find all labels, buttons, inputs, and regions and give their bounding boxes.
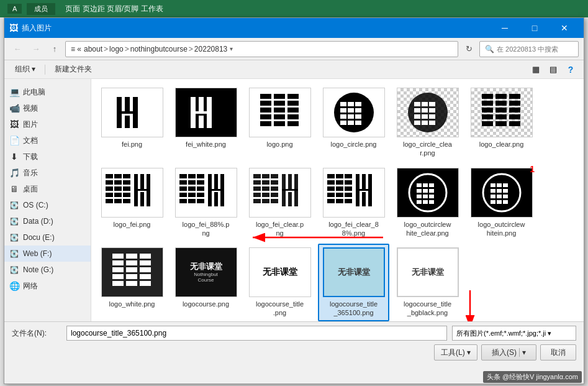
svg-rect-176: [112, 281, 124, 286]
drive-d-icon: 💽: [9, 216, 19, 226]
search-box[interactable]: 🔍: [479, 41, 579, 57]
svg-rect-172: [112, 254, 124, 259]
sidebar-item-thispc[interactable]: 💻 此电脑: [4, 84, 91, 100]
svg-rect-117: [271, 180, 278, 185]
file-item-logo-fei[interactable]: logo_fei.png: [96, 164, 168, 242]
svg-rect-158: [429, 200, 434, 204]
file-name-logocourse-title: logocourse_title.png: [256, 300, 304, 318]
svg-rect-80: [123, 199, 130, 203]
help-icon[interactable]: ?: [563, 62, 579, 77]
insert-dropdown-arrow[interactable]: ▾: [519, 348, 526, 357]
sidebar-item-network[interactable]: 🌐 网络: [4, 278, 91, 294]
svg-rect-93: [188, 186, 196, 191]
sidebar-item-pictures[interactable]: 🖼 图片: [4, 116, 91, 132]
svg-rect-153: [417, 195, 422, 198]
svg-rect-62: [509, 101, 520, 106]
file-item-logocourse[interactable]: 无非课堂 Nothingbut Course logocourse.png: [170, 244, 242, 321]
dialog-icon: 🖼: [9, 23, 18, 33]
file-item-logocourse-title[interactable]: 无非课堂 logocourse_title.png: [244, 244, 315, 321]
sidebar-item-music[interactable]: 🎵 音乐: [4, 165, 91, 181]
file-item-fei[interactable]: fei.png: [96, 84, 168, 162]
file-thumb-logo-outcircle-whitein: [471, 168, 533, 218]
view-large-icon[interactable]: ▦: [528, 62, 544, 77]
minimize-button[interactable]: ─: [491, 18, 519, 38]
svg-rect-85: [134, 189, 150, 191]
search-input[interactable]: [497, 45, 571, 53]
svg-rect-106: [253, 174, 261, 178]
file-item-logo-white[interactable]: logo_white.png: [96, 244, 168, 321]
sidebar-item-c[interactable]: 💽 OS (C:): [4, 197, 91, 213]
file-thumb-logo: [249, 88, 311, 137]
sidebar-item-f[interactable]: 💽 Web (F:): [4, 246, 91, 262]
file-name-fei: fei.png: [122, 140, 142, 149]
address-path[interactable]: ≡ « about > logo > nothingbutcourse > 20…: [65, 41, 458, 57]
refresh-button[interactable]: ↻: [461, 41, 477, 57]
svg-rect-68: [106, 186, 113, 191]
svg-rect-58: [495, 108, 507, 113]
svg-rect-95: [188, 199, 196, 203]
filename-label: 文件名(N):: [12, 328, 61, 339]
file-item-logo-clear[interactable]: logo_clear.png: [466, 84, 537, 162]
sidebar-item-g[interactable]: 💽 Note (G:): [4, 262, 91, 278]
file-item-logo[interactable]: logo.png: [244, 84, 315, 162]
forward-button[interactable]: →: [28, 41, 44, 57]
file-item-logo-fei-88[interactable]: logo_fei_88%.png: [170, 164, 242, 242]
cancel-button[interactable]: 取消: [540, 344, 576, 361]
svg-rect-169: [491, 200, 495, 204]
svg-rect-22: [287, 108, 299, 113]
file-name-logo-outcircle-white: logo_outcirclewhite_clear.png: [404, 220, 451, 238]
file-item-logo-circle[interactable]: logo_circle.png: [318, 84, 389, 162]
insert-button[interactable]: 插入(S) ▾: [481, 344, 536, 361]
close-button[interactable]: ✕: [550, 18, 579, 38]
svg-rect-17: [274, 108, 285, 113]
view-details-icon[interactable]: ▤: [545, 62, 561, 77]
sidebar-item-video[interactable]: 📹 视频: [4, 100, 91, 116]
svg-rect-139: [345, 193, 352, 197]
file-item-fei-white[interactable]: fei_white.png: [170, 84, 242, 162]
svg-rect-18: [274, 114, 285, 119]
file-thumb-logo-circle-clear: [397, 88, 459, 137]
tools-button[interactable]: 工具(L) ▾: [434, 344, 477, 361]
file-item-logocourse-title-bgblack[interactable]: 无非课堂 logocourse_title_bgblack.png: [392, 244, 463, 321]
up-button[interactable]: ↑: [47, 41, 63, 57]
sidebar-item-e[interactable]: 💽 Docu (E:): [4, 229, 91, 246]
svg-rect-7: [199, 116, 204, 128]
file-item-logo-outcircle-white[interactable]: logo_outcirclewhite_clear.png: [392, 164, 463, 242]
maximize-button[interactable]: □: [520, 18, 549, 38]
sidebar-item-d[interactable]: 💽 Data (D:): [4, 213, 91, 229]
svg-rect-40: [422, 102, 428, 106]
svg-rect-64: [509, 114, 520, 119]
dialog-title: 插入图片: [22, 23, 52, 34]
file-item-logo-circle-clear[interactable]: logo_circle_clear.png: [392, 84, 463, 162]
sidebar-label-g: Note (G:): [23, 265, 53, 274]
svg-rect-66: [106, 174, 113, 178]
file-name-logo-fei-clear: logo_fei_clear.png: [256, 220, 304, 238]
svg-rect-131: [336, 174, 343, 178]
svg-rect-94: [188, 193, 196, 197]
filetype-dropdown[interactable]: 所有图片(*.emf;*.wmf;*.jpg;*.ji ▾: [452, 326, 576, 341]
sidebar-item-documents[interactable]: 📄 文档: [4, 132, 91, 149]
svg-rect-14: [260, 121, 271, 126]
sidebar-label-f: Web (F:): [23, 249, 52, 258]
organize-button[interactable]: 组织 ▾: [9, 62, 41, 77]
sidebar-item-downloads[interactable]: ⬇ 下载: [4, 149, 91, 165]
svg-rect-186: [140, 281, 151, 286]
new-folder-button[interactable]: 新建文件夹: [49, 62, 97, 77]
file-item-logo-fei-clear[interactable]: logo_fei_clear.png: [244, 164, 315, 242]
svg-rect-78: [123, 186, 130, 191]
svg-rect-61: [509, 94, 520, 99]
file-name-logo-clear: logo_clear.png: [479, 140, 524, 149]
file-item-logocourse-title-sel[interactable]: 无非课堂 logocourse_title_365100.png: [318, 244, 389, 321]
file-item-logo-fei-clear-88[interactable]: logo_fei_clear_88%.png: [318, 164, 389, 242]
file-thumb-logo-white: [101, 247, 163, 297]
svg-rect-142: [362, 174, 366, 190]
svg-rect-69: [106, 193, 113, 197]
svg-rect-126: [327, 174, 335, 178]
sidebar-item-desktop[interactable]: 🖥 桌面: [4, 181, 91, 197]
filename-input[interactable]: [66, 326, 447, 341]
back-button[interactable]: ←: [9, 41, 25, 57]
svg-rect-60: [495, 121, 507, 126]
svg-rect-108: [253, 186, 261, 191]
file-item-logo-outcircle-whitein[interactable]: logo_outcirclewhitein.png 1: [466, 164, 537, 242]
file-thumb-logo-outcircle-white: [397, 168, 459, 218]
